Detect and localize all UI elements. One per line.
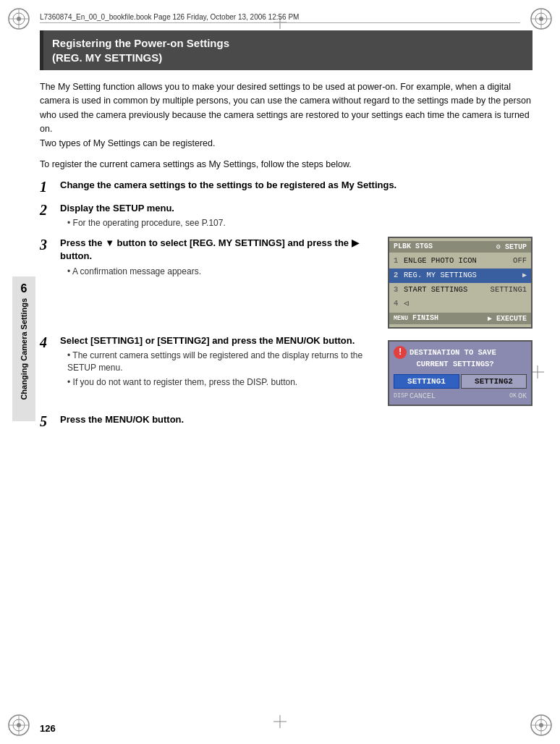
screen1-row-3: 3 START SETTINGS SETTING1	[389, 283, 531, 297]
step-4-number: 4	[40, 334, 56, 350]
step-4: 4 Select [SETTING1] or [SETTING2] and pr…	[40, 334, 381, 406]
screen2-setting2-button[interactable]: SETTING2	[461, 374, 527, 389]
screen1-row2-label: REG. MY SETTINGS	[404, 270, 522, 282]
screen1-row4-label: ◁	[404, 298, 527, 310]
page-title: Registering the Power-on Settings (REG. …	[52, 36, 524, 64]
page-number: 126	[40, 723, 56, 734]
screen1-row1-num: 1	[394, 255, 404, 267]
main-content: 6 Changing Camera Settings Registering t…	[40, 30, 533, 715]
screen1-row1-label: ENLGE PHOTO ICON	[404, 255, 513, 267]
screen1-header-right: ⚙ SETUP	[496, 242, 527, 251]
step-3-row: 3 Press the ▼ button to select [REG. MY …	[40, 237, 533, 329]
screen2-buttons: SETTING1 SETTING2	[394, 374, 527, 389]
screen1-footer-right: ▶ EXECUTE	[488, 314, 527, 323]
camera-screen-2: !DESTINATION TO SAVE CURRENT SETTINGS? S…	[388, 340, 533, 406]
step-2-content: Display the SETUP menu. For the operatin…	[60, 202, 533, 229]
screen1-row-2: 2 REG. MY SETTINGS ▶	[389, 269, 531, 283]
step-2-number: 2	[40, 202, 56, 218]
screen2-footer-ok: OK OK	[509, 392, 527, 400]
screen1-container: PLBK STGS ⚙ SETUP 1 ENLGE PHOTO ICON OFF…	[388, 237, 533, 329]
screen1-row-1: 1 ENLGE PHOTO ICON OFF	[389, 254, 531, 269]
intro-paragraph2: To register the current camera settings …	[40, 158, 533, 172]
page-title-block: Registering the Power-on Settings (REG. …	[40, 30, 533, 70]
screen1-footer-left: MENU FINISH	[394, 314, 438, 323]
step-1-number: 1	[40, 179, 56, 195]
screen1-footer: MENU FINISH ▶ EXECUTE	[389, 313, 531, 324]
step-3: 3 Press the ▼ button to select [REG. MY …	[40, 237, 381, 329]
screen2-alert-icon: !	[394, 346, 407, 359]
header-text: L7360874_En_00_0_bookfile.book Page 126 …	[40, 13, 299, 21]
screen1-row2-num: 2	[394, 270, 404, 282]
corner-decoration-br	[528, 712, 554, 738]
header-bar: L7360874_En_00_0_bookfile.book Page 126 …	[40, 13, 520, 23]
step-4-bullet-1: The current camera settings will be regi…	[60, 350, 381, 374]
screen1-row2-arrow: ▶	[522, 270, 527, 281]
screen2-footer-cancel: DISP CANCEL	[394, 392, 436, 400]
camera-screen-1: PLBK STGS ⚙ SETUP 1 ENLGE PHOTO ICON OFF…	[388, 237, 533, 329]
side-tab-number: 6	[21, 282, 27, 295]
step-1-title: Change the camera settings to the settin…	[60, 179, 533, 192]
step-5: 5 Press the MENU/OK button.	[40, 413, 533, 429]
step-3-number: 3	[40, 237, 56, 253]
step-2-bullet: For the operating procedure, see P.107.	[60, 217, 533, 229]
step-5-number: 5	[40, 413, 56, 429]
screen1-row3-num: 3	[394, 284, 404, 296]
step-4-bullet-2: If you do not want to register them, pre…	[60, 376, 381, 389]
crosshair-right	[531, 365, 544, 379]
screen1-row3-value: SETTING1	[491, 284, 527, 296]
intro-paragraph1: The My Setting function allows you to ma…	[40, 80, 533, 151]
step-4-title: Select [SETTING1] or [SETTING2] and pres…	[60, 334, 381, 347]
screen2-title: !DESTINATION TO SAVE CURRENT SETTINGS?	[394, 346, 527, 370]
screen1-header-left: PLBK STGS	[394, 242, 433, 251]
screen1-row1-value: OFF	[513, 255, 527, 267]
step-3-content: Press the ▼ button to select [REG. MY SE…	[60, 237, 381, 277]
step-4-content: Select [SETTING1] or [SETTING2] and pres…	[60, 334, 381, 389]
screen1-header: PLBK STGS ⚙ SETUP	[389, 241, 531, 253]
step-3-title: Press the ▼ button to select [REG. MY SE…	[60, 237, 381, 263]
screen2-setting1-button[interactable]: SETTING1	[394, 374, 459, 389]
step-5-content: Press the MENU/OK button.	[60, 413, 533, 426]
screen1-row4-num: 4	[394, 298, 404, 310]
step-1-content: Change the camera settings to the settin…	[60, 179, 533, 192]
screen2-container: !DESTINATION TO SAVE CURRENT SETTINGS? S…	[388, 334, 533, 406]
step-3-bullet: A confirmation message appears.	[60, 266, 381, 278]
side-tab: 6 Changing Camera Settings	[12, 276, 35, 421]
screen1-row3-label: START SETTINGS	[404, 284, 491, 296]
screen1-row-4: 4 ◁	[389, 297, 531, 311]
step-2: 2 Display the SETUP menu. For the operat…	[40, 202, 533, 229]
screen2-footer: DISP CANCEL OK OK	[394, 392, 527, 400]
step-1: 1 Change the camera settings to the sett…	[40, 179, 533, 195]
step-4-row: 4 Select [SETTING1] or [SETTING2] and pr…	[40, 334, 533, 406]
side-tab-label: Changing Camera Settings	[20, 298, 28, 400]
corner-decoration-tr	[528, 6, 554, 32]
step-2-title: Display the SETUP menu.	[60, 202, 533, 215]
corner-decoration-tl	[6, 6, 32, 32]
corner-decoration-bl	[6, 712, 32, 738]
step-5-title: Press the MENU/OK button.	[60, 413, 533, 426]
crosshair-bottom	[273, 715, 287, 728]
